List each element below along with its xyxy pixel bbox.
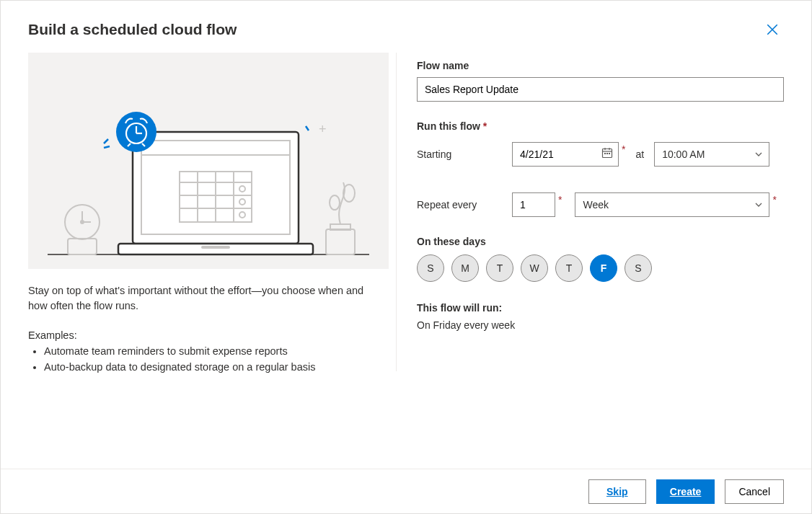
starting-time-value: 10:00 AM — [662, 149, 705, 160]
required-asterisk: * — [558, 192, 562, 205]
dialog-header: Build a scheduled cloud flow — [1, 1, 811, 48]
starting-label: Starting — [417, 149, 512, 160]
repeat-unit-select[interactable]: Week — [575, 192, 769, 217]
svg-line-27 — [104, 139, 108, 143]
cancel-button[interactable]: Cancel — [725, 479, 784, 504]
svg-rect-31 — [326, 229, 355, 254]
calendar-icon[interactable] — [601, 147, 613, 161]
form-panel: Flow name Run this flow Starting * at — [397, 48, 784, 376]
example-item: Automate team reminders to submit expens… — [44, 344, 374, 360]
svg-rect-9 — [118, 244, 313, 254]
flow-name-label: Flow name — [417, 60, 784, 71]
dialog-title: Build a scheduled cloud flow — [28, 21, 237, 38]
example-item: Auto-backup data to designated storage o… — [44, 360, 374, 376]
create-button[interactable]: Create — [656, 479, 715, 504]
flow-name-input[interactable] — [417, 77, 784, 102]
chevron-down-icon — [754, 150, 763, 159]
svg-line-28 — [104, 146, 110, 148]
close-icon — [766, 23, 779, 36]
starting-time-select[interactable]: 10:00 AM — [654, 142, 769, 167]
day-toggle-friday[interactable]: F — [590, 254, 617, 282]
at-label: at — [635, 149, 644, 160]
illustration: + — [28, 53, 389, 269]
repeat-count-input[interactable] — [512, 192, 555, 217]
svg-text:+: + — [319, 122, 327, 136]
day-toggle-monday[interactable]: M — [451, 254, 479, 282]
run-this-flow-label: Run this flow — [417, 120, 784, 132]
svg-rect-1 — [68, 239, 97, 254]
skip-button[interactable]: Skip — [588, 479, 646, 504]
left-panel: + Stay on top of what's important withou… — [28, 48, 396, 376]
scheduled-flow-dialog: Build a scheduled cloud flow — [0, 0, 812, 514]
required-asterisk: * — [622, 142, 625, 155]
summary-label: This flow will run: — [417, 302, 784, 314]
examples-label: Examples: — [28, 329, 374, 341]
on-these-days-label: On these days — [417, 236, 784, 247]
required-asterisk: * — [772, 192, 776, 205]
svg-point-33 — [343, 185, 355, 202]
examples-list: Automate team reminders to submit expens… — [28, 344, 374, 376]
day-toggle-thursday[interactable]: T — [555, 254, 583, 282]
svg-rect-40 — [606, 153, 608, 154]
day-toggle-tuesday[interactable]: T — [486, 254, 513, 282]
repeat-unit-value: Week — [583, 199, 609, 211]
days-row: SMTWTFS — [417, 254, 784, 282]
dialog-footer: Skip Create Cancel — [1, 469, 811, 513]
day-toggle-wednesday[interactable]: W — [521, 254, 548, 282]
svg-line-29 — [306, 126, 309, 130]
repeat-every-label: Repeat every — [417, 199, 512, 211]
close-button[interactable] — [761, 18, 784, 41]
summary-text: On Friday every week — [417, 319, 784, 331]
chevron-down-icon — [754, 200, 763, 209]
svg-rect-10 — [201, 246, 230, 249]
day-toggle-saturday[interactable]: S — [625, 254, 652, 282]
svg-rect-41 — [609, 153, 610, 154]
svg-point-34 — [330, 195, 340, 210]
svg-rect-39 — [604, 153, 606, 154]
day-toggle-sunday[interactable]: S — [417, 254, 444, 282]
description-text: Stay on top of what's important without … — [28, 283, 374, 314]
